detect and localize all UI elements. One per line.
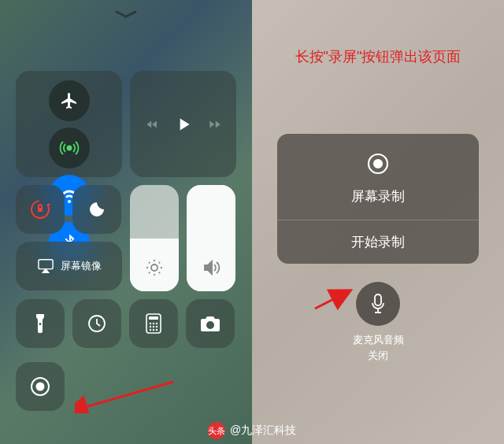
media-controls[interactable] bbox=[130, 71, 236, 177]
calculator-button[interactable] bbox=[129, 299, 178, 348]
svg-point-18 bbox=[37, 383, 44, 390]
svg-point-13 bbox=[156, 326, 158, 327]
cellular-toggle[interactable] bbox=[49, 128, 90, 168]
record-icon bbox=[365, 151, 391, 176]
control-center-panel: 屏幕镜像 bbox=[0, 0, 252, 444]
screen-record-modal-panel: 长按"录屏"按钮弹出该页面 屏幕录制 开始录制 麦克风音频 关闭 bbox=[252, 0, 504, 444]
play-icon[interactable] bbox=[173, 114, 194, 135]
svg-point-14 bbox=[150, 329, 151, 331]
airplay-icon bbox=[37, 258, 54, 274]
svg-point-9 bbox=[153, 323, 154, 324]
microphone-icon bbox=[369, 293, 387, 315]
svg-rect-22 bbox=[375, 294, 381, 305]
screen-mirroring-button[interactable]: 屏幕镜像 bbox=[16, 242, 122, 290]
rotation-lock-button[interactable] bbox=[16, 185, 65, 234]
start-recording-button[interactable]: 开始录制 bbox=[277, 220, 479, 264]
svg-point-10 bbox=[156, 323, 158, 324]
screen-mirroring-label: 屏幕镜像 bbox=[61, 259, 102, 273]
svg-rect-3 bbox=[38, 260, 52, 269]
camera-button[interactable] bbox=[186, 299, 235, 348]
connectivity-group[interactable] bbox=[16, 71, 122, 177]
svg-point-21 bbox=[374, 160, 382, 168]
record-panel-header: 屏幕录制 bbox=[277, 134, 479, 220]
timer-button[interactable] bbox=[72, 299, 121, 348]
airplane-mode-toggle[interactable] bbox=[49, 80, 90, 121]
annotation-arrow-icon bbox=[311, 285, 354, 313]
svg-point-16 bbox=[156, 329, 158, 331]
microphone-status-label: 麦克风音频 关闭 bbox=[252, 332, 504, 363]
svg-rect-2 bbox=[38, 208, 43, 212]
chevron-down-icon[interactable] bbox=[114, 8, 138, 22]
brightness-slider[interactable] bbox=[130, 185, 179, 291]
record-icon bbox=[29, 376, 51, 398]
svg-point-4 bbox=[151, 265, 158, 271]
svg-point-8 bbox=[150, 323, 151, 324]
annotation-arrow-icon bbox=[75, 378, 177, 413]
svg-point-15 bbox=[153, 329, 154, 331]
sun-icon bbox=[145, 258, 164, 277]
svg-line-19 bbox=[83, 382, 173, 408]
svg-rect-7 bbox=[149, 316, 158, 320]
microphone-toggle[interactable] bbox=[356, 282, 400, 326]
svg-point-12 bbox=[153, 326, 154, 327]
svg-point-11 bbox=[150, 326, 151, 327]
record-panel-title: 屏幕录制 bbox=[277, 187, 479, 205]
volume-slider[interactable] bbox=[187, 185, 235, 291]
svg-line-23 bbox=[315, 291, 349, 309]
record-panel: 屏幕录制 开始录制 bbox=[277, 134, 479, 264]
prev-track-icon[interactable] bbox=[145, 117, 159, 131]
do-not-disturb-button[interactable] bbox=[72, 185, 121, 234]
watermark-icon: 头条 bbox=[208, 422, 225, 439]
watermark-text: @九泽汇科技 bbox=[230, 424, 296, 438]
next-track-icon[interactable] bbox=[208, 117, 222, 131]
svg-point-0 bbox=[67, 146, 71, 150]
screen-record-button[interactable] bbox=[16, 362, 65, 411]
watermark: 头条 @九泽汇科技 bbox=[208, 422, 296, 439]
flashlight-button[interactable] bbox=[16, 299, 65, 348]
speaker-icon bbox=[202, 258, 220, 277]
instruction-text: 长按"录屏"按钮弹出该页面 bbox=[264, 47, 492, 66]
